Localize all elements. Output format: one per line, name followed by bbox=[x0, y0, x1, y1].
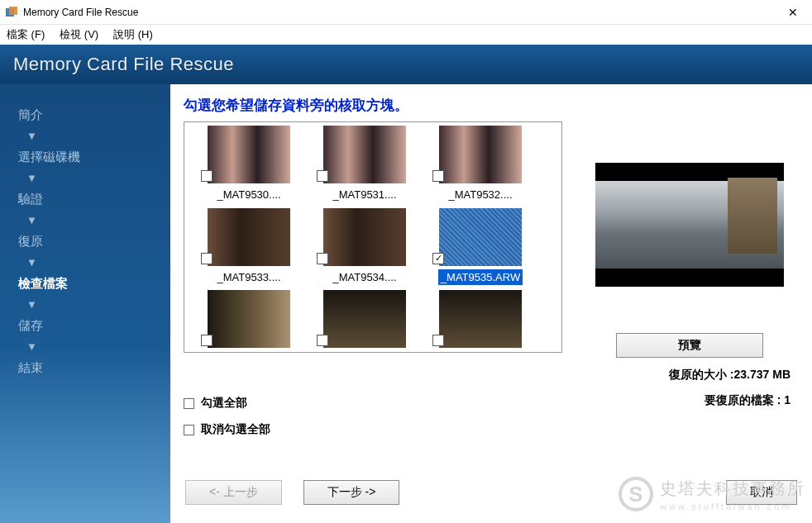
file-name: _MAT9536.... bbox=[214, 351, 283, 352]
step-intro: 簡介 bbox=[0, 104, 43, 126]
deselect-all-label: 取消勾選全部 bbox=[201, 422, 270, 437]
app-icon bbox=[5, 6, 18, 19]
file-checkbox[interactable] bbox=[201, 253, 213, 264]
step-select-drive: 選擇磁碟機 bbox=[0, 146, 80, 168]
file-grid-scroll[interactable]: _MAT9530...._MAT9531...._MAT9532...._MAT… bbox=[184, 122, 561, 352]
preview-column: 預覽 bbox=[582, 121, 797, 358]
file-item[interactable]: _MAT9530.... bbox=[191, 124, 307, 207]
main-panel: 勾選您希望儲存資料旁的核取方塊。 _MAT9530...._MAT9531...… bbox=[170, 84, 812, 523]
step-finish: 結束 bbox=[0, 357, 43, 378]
select-all-checkbox[interactable] bbox=[184, 398, 194, 409]
file-thumbnail[interactable] bbox=[439, 290, 522, 348]
count-label: 要復原的檔案 : bbox=[705, 393, 781, 407]
file-item[interactable]: _MAT9534.... bbox=[307, 207, 423, 289]
step-recover: 復原 bbox=[0, 231, 43, 252]
file-name: _MAT9538.... bbox=[446, 351, 514, 352]
window-title: Memory Card File Rescue bbox=[23, 7, 774, 18]
menubar: 檔案 (F) 檢視 (V) 說明 (H) bbox=[0, 25, 812, 45]
size-value: 23.737 MB bbox=[734, 368, 791, 381]
menu-file[interactable]: 檔案 (F) bbox=[7, 27, 45, 42]
file-item[interactable]: _MAT9533.... bbox=[191, 207, 307, 289]
file-checkbox[interactable] bbox=[317, 170, 328, 182]
file-name: _MAT9531.... bbox=[330, 187, 399, 203]
deselect-all-checkbox[interactable] bbox=[184, 425, 194, 435]
file-checkbox[interactable] bbox=[201, 170, 213, 182]
file-thumbnail[interactable] bbox=[323, 126, 406, 183]
step-verify: 驗證 bbox=[0, 188, 43, 210]
file-thumbnail[interactable] bbox=[323, 208, 406, 266]
select-all-label: 勾選全部 bbox=[201, 396, 247, 411]
file-checkbox[interactable]: ✓ bbox=[432, 253, 444, 264]
file-name: _MAT9535.ARW bbox=[438, 269, 523, 286]
chevron-down-icon: ▼ bbox=[26, 215, 37, 226]
cancel-button[interactable]: 取消 bbox=[726, 480, 797, 505]
file-thumbnail[interactable] bbox=[439, 208, 522, 266]
step-save: 儲存 bbox=[0, 315, 43, 336]
preview-button[interactable]: 預覽 bbox=[616, 333, 763, 358]
file-item[interactable]: _MAT9538.... bbox=[423, 288, 538, 352]
header-band: Memory Card File Rescue bbox=[0, 45, 812, 84]
file-thumbnail[interactable] bbox=[439, 126, 522, 183]
file-thumbnail[interactable] bbox=[323, 290, 406, 348]
chevron-down-icon: ▼ bbox=[26, 257, 37, 268]
file-checkbox[interactable] bbox=[317, 335, 328, 346]
file-item[interactable]: _MAT9531.... bbox=[307, 124, 423, 207]
titlebar: Memory Card File Rescue ✕ bbox=[0, 0, 812, 25]
nav-row: <- 上一步 下一步 -> 取消 bbox=[185, 480, 797, 505]
deselect-all-row[interactable]: 取消勾選全部 bbox=[184, 422, 797, 437]
file-item[interactable]: _MAT9536.... bbox=[191, 288, 307, 352]
count-value: 1 bbox=[784, 393, 791, 407]
file-name: _MAT9533.... bbox=[214, 269, 283, 286]
file-thumbnail[interactable] bbox=[208, 126, 290, 183]
chevron-down-icon: ▼ bbox=[26, 173, 37, 183]
chevron-down-icon: ▼ bbox=[26, 131, 37, 141]
file-item[interactable]: _MAT9539.... bbox=[307, 288, 423, 352]
file-name: _MAT9539.... bbox=[330, 351, 399, 352]
step-check-files: 檢查檔案 bbox=[0, 273, 68, 294]
size-label: 復原的大小 : bbox=[669, 368, 734, 381]
chevron-down-icon: ▼ bbox=[26, 341, 37, 352]
file-name: _MAT9534.... bbox=[330, 269, 399, 286]
back-button[interactable]: <- 上一步 bbox=[185, 480, 282, 505]
preview-image bbox=[595, 163, 784, 287]
file-name: _MAT9530.... bbox=[214, 187, 283, 203]
close-button[interactable]: ✕ bbox=[774, 0, 812, 25]
file-thumbnail[interactable] bbox=[208, 290, 290, 348]
preview-box bbox=[595, 121, 784, 328]
next-button[interactable]: 下一步 -> bbox=[303, 480, 400, 505]
file-name: _MAT9532.... bbox=[446, 187, 514, 203]
menu-help[interactable]: 說明 (H) bbox=[113, 27, 153, 42]
stats: 復原的大小 :23.737 MB 要復原的檔案 : 1 bbox=[669, 362, 791, 413]
file-checkbox[interactable] bbox=[432, 170, 444, 182]
file-checkbox[interactable] bbox=[201, 335, 213, 346]
file-thumbnail[interactable] bbox=[208, 208, 290, 266]
svg-rect-1 bbox=[9, 7, 17, 15]
file-item[interactable]: ✓_MAT9535.ARW bbox=[423, 207, 538, 289]
menu-view[interactable]: 檢視 (V) bbox=[60, 27, 98, 42]
file-grid: _MAT9530...._MAT9531...._MAT9532...._MAT… bbox=[184, 121, 562, 353]
chevron-down-icon: ▼ bbox=[26, 299, 37, 310]
file-checkbox[interactable] bbox=[317, 253, 328, 264]
header-title: Memory Card File Rescue bbox=[13, 54, 234, 75]
sidebar: 簡介 ▼ 選擇磁碟機 ▼ 驗證 ▼ 復原 ▼ 檢查檔案 ▼ 儲存 ▼ 結束 bbox=[0, 84, 170, 523]
file-checkbox[interactable] bbox=[432, 335, 444, 346]
instruction-text: 勾選您希望儲存資料旁的核取方塊。 bbox=[184, 96, 797, 115]
file-item[interactable]: _MAT9532.... bbox=[423, 124, 538, 207]
